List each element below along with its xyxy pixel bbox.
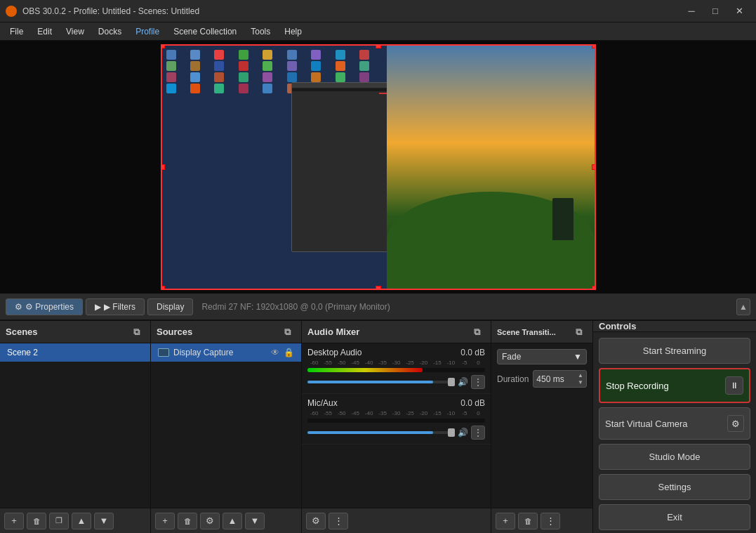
source-down-button[interactable]: ▼ xyxy=(245,513,265,529)
preview-area xyxy=(0,41,756,294)
exit-button[interactable]: Exit xyxy=(599,504,750,530)
desktop-audio-slider-fill xyxy=(307,381,433,383)
desktop-audio-channel: Desktop Audio 0.0 dB -60-55-50-45-40-35-… xyxy=(302,343,491,394)
preview-canvas[interactable] xyxy=(161,44,596,290)
monitor-info: Redmi 27 NF: 1920x1080 @ 0,0 (Primary Mo… xyxy=(196,302,734,312)
selection-handle-ml[interactable] xyxy=(161,164,165,170)
menu-tools[interactable]: Tools xyxy=(244,25,277,38)
properties-button[interactable]: ⚙ ⚙ Properties xyxy=(6,298,83,315)
scenes-expand-icon[interactable]: ⧉ xyxy=(133,327,145,338)
sources-panel: Sources ⧉ Display Capture 👁 🔒 + 🗑 ⚙ ▲ ▼ xyxy=(151,321,302,533)
maximize-button[interactable]: □ xyxy=(704,4,727,18)
menu-bar: File Edit View Docks Profile Scene Colle… xyxy=(0,22,756,41)
sources-expand-icon[interactable]: ⧉ xyxy=(284,327,296,338)
menu-help[interactable]: Help xyxy=(277,25,309,38)
settings-button[interactable]: Settings xyxy=(599,474,750,500)
source-up-button[interactable]: ▲ xyxy=(223,513,242,529)
start-streaming-button[interactable]: Start Streaming xyxy=(599,338,750,364)
source-remove-button[interactable]: 🗑 xyxy=(178,513,197,529)
selection-handle-bl[interactable] xyxy=(161,286,165,290)
display-button[interactable]: Display xyxy=(147,298,193,315)
menu-profile[interactable]: Profile xyxy=(128,25,166,38)
minimize-button[interactable]: ─ xyxy=(680,4,703,18)
selection-handle-bc[interactable] xyxy=(376,286,381,290)
close-button[interactable]: ✕ xyxy=(728,4,750,18)
mic-aux-menu-button[interactable]: ⋮ xyxy=(471,426,485,440)
window-controls: ─ □ ✕ xyxy=(680,4,750,18)
desktop-audio-meter xyxy=(307,368,485,372)
scene-down-button[interactable]: ▼ xyxy=(94,513,114,529)
window-title: OBS 30.0.2 - Profile: Untitled - Scenes:… xyxy=(22,6,680,16)
eye-icon[interactable]: 👁 xyxy=(271,348,279,357)
filters-button[interactable]: ▶ ▶ Filters xyxy=(86,298,145,315)
desktop-audio-mute-icon[interactable]: 🔊 xyxy=(458,377,468,387)
desktop-audio-db: 0.0 dB xyxy=(460,348,485,357)
source-add-button[interactable]: + xyxy=(155,513,175,529)
mic-aux-channel: Mic/Aux 0.0 dB -60-55-50-45-40-35-30-25-… xyxy=(302,394,491,445)
display-label: Display xyxy=(157,302,184,312)
audio-panel-header: Audio Mixer ⧉ xyxy=(302,321,491,343)
filter-icon: ▶ xyxy=(95,302,101,312)
menu-view[interactable]: View xyxy=(59,25,91,38)
duration-label: Duration xyxy=(497,374,529,384)
stop-recording-button[interactable]: Stop Recording ⏸ xyxy=(599,368,750,403)
audio-panel: Audio Mixer ⧉ Desktop Audio 0.0 dB -60-5… xyxy=(302,321,491,533)
sources-list: Display Capture 👁 🔒 xyxy=(151,343,301,508)
title-bar: OBS 30.0.2 - Profile: Untitled - Scenes:… xyxy=(0,0,756,22)
desktop-audio-slider[interactable] xyxy=(307,381,455,383)
transitions-content: Fade ▼ Duration 450 ms ▲ ▼ xyxy=(491,343,592,393)
source-properties-button[interactable]: ⚙ xyxy=(200,513,220,529)
mic-aux-meter xyxy=(307,419,485,423)
source-toolbar: ⚙ ⚙ Properties ▶ ▶ Filters Display Redmi… xyxy=(0,294,756,320)
panel-expand-arrow[interactable]: ▲ xyxy=(736,298,750,315)
source-item-display-capture[interactable]: Display Capture 👁 🔒 xyxy=(151,343,301,362)
menu-docks[interactable]: Docks xyxy=(91,25,128,38)
selection-handle-tl[interactable] xyxy=(161,44,165,48)
scene-copy-button[interactable]: ❐ xyxy=(49,513,69,529)
selection-handle-mr[interactable] xyxy=(592,164,596,170)
studio-mode-button[interactable]: Studio Mode xyxy=(599,444,750,470)
duration-down-arrow[interactable]: ▼ xyxy=(578,379,583,386)
transition-remove-button[interactable]: 🗑 xyxy=(518,513,538,529)
pause-icon[interactable]: ⏸ xyxy=(725,376,743,395)
duration-up-arrow[interactable]: ▲ xyxy=(578,372,583,379)
mic-aux-db: 0.0 dB xyxy=(460,398,485,408)
audio-settings-button[interactable]: ⚙ xyxy=(306,513,326,529)
transition-menu-button[interactable]: ⋮ xyxy=(541,513,560,529)
selection-handle-tr[interactable] xyxy=(592,44,596,48)
desktop-audio-meter-labels: -60-55-50-45-40-35-30-25-20-15-10-50 xyxy=(307,360,485,366)
mic-aux-slider[interactable] xyxy=(307,431,455,434)
desktop-audio-menu-button[interactable]: ⋮ xyxy=(471,375,485,389)
display-capture-icon xyxy=(158,348,169,357)
desktop-audio-slider-thumb xyxy=(448,378,455,386)
desktop-audio-header: Desktop Audio 0.0 dB xyxy=(307,348,485,357)
duration-value[interactable]: 450 ms xyxy=(536,374,578,384)
desktop-audio-label: Desktop Audio xyxy=(307,348,460,357)
menu-scene-collection[interactable]: Scene Collection xyxy=(166,25,244,38)
audio-menu-more-button[interactable]: ⋮ xyxy=(329,513,348,529)
scene-up-button[interactable]: ▲ xyxy=(72,513,91,529)
stop-recording-label: Stop Recording xyxy=(606,381,669,391)
controls-panel: Controls Start Streaming Stop Recording … xyxy=(593,321,756,533)
sources-title: Sources xyxy=(157,327,284,337)
menu-file[interactable]: File xyxy=(3,25,30,38)
menu-edit[interactable]: Edit xyxy=(30,25,59,38)
selection-handle-br[interactable] xyxy=(592,286,596,290)
transitions-select[interactable]: Fade ▼ xyxy=(497,349,587,364)
scene-remove-button[interactable]: 🗑 xyxy=(27,513,46,529)
audio-expand-icon[interactable]: ⧉ xyxy=(474,327,485,338)
virtual-camera-gear-icon[interactable]: ⚙ xyxy=(727,415,744,432)
start-virtual-camera-button[interactable]: Start Virtual Camera ⚙ xyxy=(599,407,750,440)
virtual-camera-label: Start Virtual Camera xyxy=(605,419,688,429)
selection-handle-tc[interactable] xyxy=(376,44,381,48)
controls-title: Controls xyxy=(599,321,636,331)
scene-item-scene2[interactable]: Scene 2 xyxy=(0,343,150,362)
transition-add-button[interactable]: + xyxy=(496,513,515,529)
audio-footer: ⚙ ⋮ xyxy=(302,508,491,533)
mic-aux-mute-icon[interactable]: 🔊 xyxy=(458,428,468,437)
scene-add-button[interactable]: + xyxy=(4,513,24,529)
transitions-panel: Scene Transiti... ⧉ Fade ▼ Duration 450 … xyxy=(491,321,593,533)
transitions-expand-icon[interactable]: ⧉ xyxy=(576,327,587,338)
lock-icon[interactable]: 🔒 xyxy=(284,348,294,357)
mic-aux-meter-labels: -60-55-50-45-40-35-30-25-20-15-10-50 xyxy=(307,410,485,416)
